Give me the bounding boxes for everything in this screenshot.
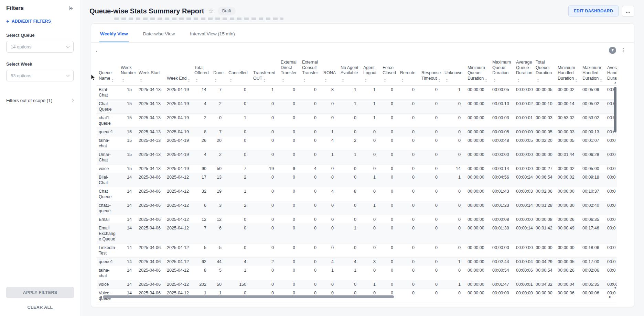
- table-row[interactable]: voice142025-04-062025-04-122025015000000…: [97, 280, 617, 289]
- clear-all-button[interactable]: CLEAR ALL: [0, 305, 80, 310]
- table-cell: 6: [192, 201, 211, 215]
- queue-select[interactable]: 14 options: [6, 41, 74, 53]
- tab-interval-view[interactable]: Interval View (15 min): [189, 29, 235, 42]
- column-header[interactable]: Minimum Queue Duration: [465, 58, 490, 85]
- column-header[interactable]: Maximum Handled Duration: [580, 58, 605, 85]
- sort-icon[interactable]: [517, 79, 519, 82]
- sort-icon[interactable]: [111, 79, 114, 82]
- sort-icon[interactable]: [140, 79, 142, 82]
- sort-icon[interactable]: [303, 79, 305, 82]
- filters-out-of-scope[interactable]: Filters out of scope (1): [6, 98, 74, 103]
- add-edit-filters-button[interactable]: + ADD/EDIT FILTERS: [6, 19, 74, 24]
- tab-weekly-view[interactable]: Weekly View: [99, 29, 129, 42]
- sort-icon[interactable]: [282, 79, 284, 82]
- column-header[interactable]: External Direct Transfer: [279, 58, 300, 85]
- sort-icon[interactable]: [196, 79, 198, 82]
- sort-icon[interactable]: [365, 79, 367, 82]
- table-cell: 00:00:05: [514, 136, 534, 150]
- table-cell: 8: [192, 266, 211, 280]
- scroll-up-icon[interactable]: ▲: [614, 81, 617, 84]
- table-row[interactable]: queue1152025-04-132025-04-19870000100000…: [97, 127, 617, 136]
- table-cell: queue1: [97, 257, 119, 266]
- sort-icon[interactable]: [325, 79, 327, 82]
- sort-icon[interactable]: [215, 79, 217, 82]
- table-cell: 14: [119, 224, 137, 243]
- sort-icon[interactable]: [230, 79, 232, 82]
- column-header[interactable]: Done: [211, 58, 226, 85]
- table-row[interactable]: chat1-queue152025-04-132025-04-192010000…: [97, 113, 617, 127]
- table-row[interactable]: Chat Queue152025-04-132025-04-1942000001…: [97, 99, 617, 113]
- sort-icon[interactable]: [537, 79, 539, 82]
- table-cell: 0: [300, 280, 321, 289]
- column-header[interactable]: Force Closed: [380, 58, 398, 85]
- star-icon[interactable]: ☆: [208, 8, 213, 15]
- sort-icon[interactable]: [264, 79, 266, 82]
- collapse-sidebar-icon[interactable]: [68, 5, 74, 11]
- more-options-button[interactable]: ...: [622, 6, 634, 16]
- scroll-right-icon[interactable]: ▶: [609, 295, 611, 298]
- sort-icon[interactable]: [122, 79, 124, 82]
- column-header[interactable]: Queue Name: [97, 58, 119, 85]
- column-header[interactable]: Week Start: [137, 58, 165, 85]
- column-header[interactable]: Reroute: [398, 58, 419, 85]
- column-header[interactable]: Maximum Queue Duration: [490, 58, 514, 85]
- column-header[interactable]: RONA: [321, 58, 339, 85]
- table-row[interactable]: queue1142025-04-062025-04-12624442004430…: [97, 257, 617, 266]
- column-header[interactable]: Minimum Handled Duration: [556, 58, 580, 85]
- stats-table: Queue NameWeek NumberWeek StartWeek EndT…: [97, 58, 617, 303]
- column-header[interactable]: External Consult Transfer: [300, 58, 321, 85]
- table-row[interactable]: Umar-Chat152025-04-132025-04-19420000110…: [97, 150, 617, 164]
- sort-icon[interactable]: [342, 79, 344, 82]
- column-header[interactable]: Week End: [165, 58, 192, 85]
- sort-icon[interactable]: [575, 79, 577, 82]
- scroll-left-icon[interactable]: ◀: [99, 295, 102, 298]
- table-row[interactable]: Email Exchange Queue142025-04-062025-04-…: [97, 224, 617, 243]
- week-select[interactable]: 53 options: [6, 70, 74, 81]
- table-cell: 2025-04-12: [165, 280, 192, 289]
- column-header[interactable]: Transferred OUT: [251, 58, 279, 85]
- apply-filters-button[interactable]: APPLY FILTERS: [6, 287, 74, 298]
- table-row[interactable]: talha-chat152025-04-132025-04-1926200000…: [97, 136, 617, 150]
- tab-date-wise-view[interactable]: Date-wise View: [142, 29, 176, 42]
- table-cell: 00:00:00: [465, 243, 490, 257]
- horizontal-scrollbar[interactable]: ◀ ▶: [91, 295, 621, 300]
- table-cell: voice: [97, 164, 119, 173]
- sort-icon[interactable]: [384, 79, 386, 82]
- vertical-scrollbar[interactable]: ▲ ▼: [613, 79, 618, 293]
- table-cell: LinkedIn-Test: [97, 243, 119, 257]
- column-header[interactable]: Cancelled: [226, 58, 251, 85]
- filter-funnel-icon[interactable]: [609, 47, 616, 54]
- table-row[interactable]: Bilal-Chat142025-04-062025-04-1217132000…: [97, 173, 617, 187]
- sort-icon[interactable]: [438, 79, 440, 82]
- table-row[interactable]: Bilal-Chat152025-04-132025-04-1914701003…: [97, 85, 617, 99]
- horizontal-scrollbar-thumb[interactable]: [103, 295, 394, 298]
- table-cell: 00:00:00: [465, 257, 490, 266]
- sort-icon[interactable]: [188, 79, 190, 82]
- table-row[interactable]: Chat Queue142025-04-062025-04-1232191000…: [97, 187, 617, 201]
- column-header[interactable]: Total Queue Duration: [534, 58, 556, 85]
- table-row[interactable]: LinkedIn-Test142025-04-062025-04-1255000…: [97, 243, 617, 257]
- table-row[interactable]: Email142025-04-062025-04-121212000000000…: [97, 215, 617, 224]
- column-header[interactable]: No Agent Available: [339, 58, 361, 85]
- sort-icon[interactable]: [446, 79, 448, 82]
- table-row[interactable]: voice152025-04-132025-04-199050719940000…: [97, 164, 617, 173]
- column-header[interactable]: Unknown: [442, 58, 465, 85]
- sort-icon[interactable]: [485, 79, 487, 82]
- sort-icon[interactable]: [494, 79, 496, 82]
- table-cell: 14: [119, 257, 137, 266]
- table-row[interactable]: talha-chat142025-04-062025-04-1285100011…: [97, 266, 617, 280]
- table-cell: 00:00:13: [580, 127, 605, 136]
- sort-icon[interactable]: [600, 79, 602, 82]
- edit-dashboard-button[interactable]: EDIT DASHBOARD: [568, 5, 619, 16]
- scroll-down-icon[interactable]: ▼: [614, 286, 617, 290]
- column-header[interactable]: Average Queue Duration: [514, 58, 534, 85]
- sort-icon[interactable]: [401, 79, 404, 82]
- table-cell: 0: [321, 173, 339, 187]
- vertical-scrollbar-thumb[interactable]: [614, 87, 616, 132]
- table-row[interactable]: chat1-queue142025-04-062025-04-126320000…: [97, 201, 617, 215]
- column-header[interactable]: Agent Logout: [361, 58, 380, 85]
- column-header[interactable]: Response Timeout: [419, 58, 442, 85]
- column-header[interactable]: Total Offered: [192, 58, 211, 85]
- column-header[interactable]: Week Number: [119, 58, 137, 85]
- kebab-menu-icon[interactable]: ⋮: [620, 47, 627, 53]
